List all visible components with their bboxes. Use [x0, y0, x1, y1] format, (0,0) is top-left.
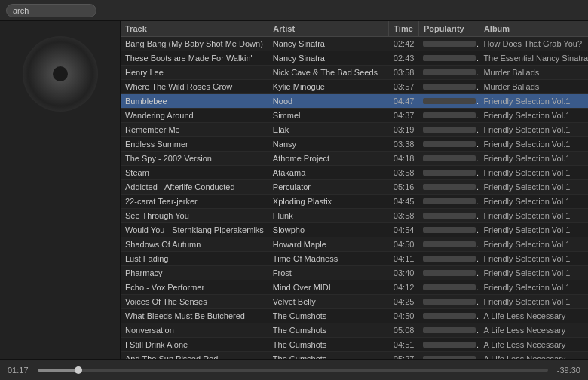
table-row[interactable]: Shadows Of Autumn Howard Maple 04:50 Fri…	[121, 238, 588, 252]
track-name: Bumblebee	[121, 94, 268, 109]
pop-bar-container	[423, 284, 476, 290]
track-artist: The Cumshots	[268, 352, 389, 360]
pop-bar-container	[423, 342, 476, 348]
track-time: 04:37	[389, 109, 419, 123]
track-artist: The Cumshots	[268, 323, 389, 338]
table-row[interactable]: Voices Of The Senses Velvet Belly 04:25 …	[121, 295, 588, 309]
track-name: Would You - Sternklang Piperakemiks	[121, 223, 268, 238]
track-time: 03:58	[389, 209, 419, 223]
track-time: 02:43	[389, 51, 419, 66]
track-artist: Xploding Plastix	[268, 195, 389, 209]
table-row[interactable]: Lust Fading Time Of Madness 04:11 Friend…	[121, 252, 588, 266]
track-album: Friendly Selection Vol.1	[479, 109, 588, 123]
track-popularity	[418, 195, 479, 209]
time-remaining: -39:30	[557, 366, 580, 375]
track-artist: The Cumshots	[268, 338, 389, 352]
track-name: Where The Wild Roses Grow	[121, 80, 268, 94]
track-time: 04:25	[389, 295, 419, 309]
table-row[interactable]: Bumblebee Nood 04:47 Friendly Selection …	[121, 94, 588, 109]
pop-bar-container	[423, 299, 476, 305]
track-time: 03:40	[389, 266, 419, 280]
track-time: 04:51	[389, 338, 419, 352]
track-name: I Still Drink Alone	[121, 338, 268, 352]
track-name: Steam	[121, 166, 268, 180]
track-artist: Nick Cave & The Bad Seeds	[268, 66, 389, 80]
search-input[interactable]	[6, 4, 96, 17]
track-name: 22-carat Tear-jerker	[121, 195, 268, 209]
track-list-container[interactable]: Track Artist Time Popularity Album Bang …	[121, 21, 588, 359]
table-row[interactable]: Bang Bang (My Baby Shot Me Down) Nancy S…	[121, 37, 588, 51]
track-time: 04:12	[389, 280, 419, 295]
track-artist: Mind Over MIDI	[268, 280, 389, 295]
track-time: 04:50	[389, 238, 419, 252]
table-row[interactable]: What Bleeds Must Be Butchered The Cumsho…	[121, 309, 588, 323]
table-row[interactable]: Where The Wild Roses Grow Kylie Minogue …	[121, 80, 588, 94]
time-elapsed: 01:17	[8, 366, 29, 375]
track-name: Nonversation	[121, 323, 268, 338]
table-row[interactable]: The Spy - 2002 Version Athome Project 04…	[121, 152, 588, 166]
pop-bar-container	[423, 141, 476, 147]
track-album: Friendly Selection Vol 1	[479, 280, 588, 295]
track-popularity	[418, 152, 479, 166]
track-album: A Life Less Necessary	[479, 352, 588, 360]
table-row[interactable]: Steam Atakama 03:58 Friendly Selection V…	[121, 166, 588, 180]
track-popularity	[418, 280, 479, 295]
table-row[interactable]: Nonversation The Cumshots 05:08 A Life L…	[121, 323, 588, 338]
track-album: Friendly Selection Vol 1	[479, 223, 588, 238]
track-album: Friendly Selection Vol.1	[479, 152, 588, 166]
pop-bar-container	[423, 270, 476, 276]
track-name: Endless Summer	[121, 137, 268, 152]
table-row[interactable]: Endless Summer Nansy 03:38 Friendly Sele…	[121, 137, 588, 152]
track-name: Bang Bang (My Baby Shot Me Down)	[121, 37, 268, 51]
track-time: 05:27	[389, 352, 419, 360]
table-row[interactable]: 22-carat Tear-jerker Xploding Plastix 04…	[121, 195, 588, 209]
track-album: A Life Less Necessary	[479, 323, 588, 338]
track-time: 03:38	[389, 137, 419, 152]
pop-bar-container	[423, 241, 476, 247]
table-row[interactable]: See Through You Flunk 03:58 Friendly Sel…	[121, 209, 588, 223]
track-popularity	[418, 80, 479, 94]
col-artist: Artist	[268, 21, 389, 37]
table-row[interactable]: These Boots are Made For Walkin' Nancy S…	[121, 51, 588, 66]
track-album: A Life Less Necessary	[479, 309, 588, 323]
progress-knob[interactable]	[75, 366, 82, 374]
top-bar	[0, 0, 588, 21]
table-row[interactable]: Wandering Around Simmel 04:37 Friendly S…	[121, 109, 588, 123]
pop-bar-container	[423, 327, 476, 333]
track-artist: Kylie Minogue	[268, 80, 389, 94]
pop-bar-container	[423, 184, 476, 190]
track-time: 05:16	[389, 180, 419, 195]
table-row[interactable]: Would You - Sternklang Piperakemiks Slow…	[121, 223, 588, 238]
table-row[interactable]: And The Sun Pissed Red The Cumshots 05:2…	[121, 352, 588, 360]
track-popularity	[418, 137, 479, 152]
table-row[interactable]: Echo - Vox Performer Mind Over MIDI 04:1…	[121, 280, 588, 295]
pop-bar-container	[423, 69, 476, 75]
track-name: The Spy - 2002 Version	[121, 152, 268, 166]
track-popularity	[418, 209, 479, 223]
pop-bar-container	[423, 84, 476, 90]
track-artist: Athome Project	[268, 152, 389, 166]
track-time: 02:42	[389, 37, 419, 51]
track-popularity	[418, 51, 479, 66]
track-name: What Bleeds Must Be Butchered	[121, 309, 268, 323]
track-album: Friendly Selection Vol 1	[479, 180, 588, 195]
track-artist: Elak	[268, 123, 389, 137]
pop-bar-container	[423, 41, 476, 47]
table-row[interactable]: Addicted - Afterlife Conducted Perculato…	[121, 180, 588, 195]
track-artist: Time Of Madness	[268, 252, 389, 266]
track-time: 04:18	[389, 152, 419, 166]
col-popularity: Popularity	[418, 21, 479, 37]
track-popularity	[418, 338, 479, 352]
table-row[interactable]: Henry Lee Nick Cave & The Bad Seeds 03:5…	[121, 66, 588, 80]
table-row[interactable]: I Still Drink Alone The Cumshots 04:51 A…	[121, 338, 588, 352]
track-artist: Nood	[268, 94, 389, 109]
table-row[interactable]: Pharmacy Frost 03:40 Friendly Selection …	[121, 266, 588, 280]
track-album: Friendly Selection Vol 1	[479, 295, 588, 309]
track-time: 05:08	[389, 323, 419, 338]
table-row[interactable]: Remember Me Elak 03:19 Friendly Selectio…	[121, 123, 588, 137]
track-album: Friendly Selection Vol 1	[479, 252, 588, 266]
track-artist: Howard Maple	[268, 238, 389, 252]
progress-track[interactable]	[38, 369, 548, 372]
album-art	[23, 36, 98, 112]
col-album: Album	[479, 21, 588, 37]
